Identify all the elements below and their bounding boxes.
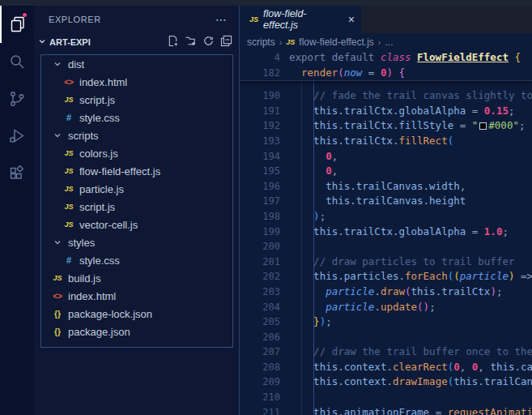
code-line-203[interactable]: 203 particle.draw(this.trailCtx);: [240, 285, 532, 300]
tree-item-particle.js[interactable]: JSparticle.js: [41, 180, 232, 198]
code-line-201[interactable]: 201 // draw particles to trail buffer: [240, 255, 532, 270]
tree-item-build.js[interactable]: JSbuild.js: [41, 269, 232, 287]
code-line-195[interactable]: 195 0,: [240, 164, 532, 179]
line-number[interactable]: 199: [240, 225, 280, 240]
code-token: =: [453, 119, 472, 131]
line-number[interactable]: 206: [240, 330, 280, 345]
activity-source-control-button[interactable]: [0, 80, 34, 118]
sticky-scroll: 4export default class FlowFieldEffect {1…: [240, 50, 532, 81]
code-lines: 190 // fade the trail canvas slightly to…: [240, 81, 532, 415]
code-line-211[interactable]: 211 this.animationFrame = requestAnimati…: [240, 405, 532, 415]
code-text: this.context.drawImage(this.trailCanvas,…: [289, 374, 532, 390]
code-line-194[interactable]: 194 0,: [240, 149, 532, 165]
code-token: particle: [326, 285, 374, 297]
tree-item-vector-cell.js[interactable]: JSvector-cell.js: [41, 216, 232, 233]
code-line-197[interactable]: 197 this.trailCanvas.height: [240, 194, 532, 209]
code-line-198[interactable]: 198 );: [240, 209, 532, 225]
line-number[interactable]: 203: [240, 285, 280, 300]
tree-item-scripts[interactable]: scripts: [41, 126, 232, 144]
tree-item-package.json[interactable]: {}package.json: [41, 323, 232, 340]
line-number[interactable]: 190: [240, 88, 280, 104]
line-number[interactable]: 210: [240, 390, 280, 405]
line-number[interactable]: 198: [240, 209, 280, 225]
line-number[interactable]: 194: [240, 149, 280, 165]
code-line-204[interactable]: 204 particle.update();: [240, 300, 532, 315]
refresh-icon[interactable]: [202, 35, 215, 50]
new-folder-icon[interactable]: [185, 35, 197, 50]
line-number[interactable]: 191: [240, 104, 280, 119]
line-number[interactable]: 200: [240, 239, 280, 255]
json-file-icon: {}: [51, 327, 64, 336]
tree-item-label: particle.js: [79, 183, 124, 195]
code-token: [289, 150, 326, 162]
tree-item-script.js[interactable]: JSscript.js: [41, 91, 232, 109]
code-token: // draw the trail buffer once to the: [313, 345, 532, 357]
line-number[interactable]: 196: [240, 179, 280, 195]
code-line-196[interactable]: 196 this.trailCanvas.width,: [240, 179, 532, 195]
code-line-192[interactable]: 192 this.trailCtx.fillStyle = "#000";: [240, 118, 532, 134]
close-icon[interactable]: ×: [348, 13, 355, 26]
activity-extensions-button[interactable]: [0, 155, 34, 192]
code-line-190[interactable]: 190 // fade the trail canvas slightly to: [240, 88, 532, 104]
code-line-208[interactable]: 208 this.context.clearRect(0, 0, this.ca…: [240, 360, 532, 375]
tree-item-style.css[interactable]: #style.css: [41, 251, 232, 269]
line-number[interactable]: 205: [240, 314, 280, 330]
tree-item-styles[interactable]: styles: [41, 233, 232, 251]
tree-item-dist[interactable]: dist: [41, 55, 232, 73]
code-token: ;: [509, 105, 515, 117]
tree-item-style.css[interactable]: #style.css: [41, 109, 232, 126]
code-line-191[interactable]: 191 this.trailCtx.globalAlpha = 0.15;: [240, 104, 532, 119]
code-line-210[interactable]: 210: [240, 390, 532, 405]
line-number[interactable]: 211: [240, 405, 280, 415]
line-number[interactable]: 192: [240, 118, 280, 134]
collapse-folders-icon[interactable]: [220, 35, 232, 50]
breadcrumb-file[interactable]: flow-field-effect.js: [299, 36, 373, 48]
code-token: ): [423, 301, 430, 313]
code-token: now: [344, 66, 363, 79]
line-number[interactable]: 197: [240, 194, 280, 209]
line-number[interactable]: 4: [240, 50, 280, 66]
code-line-207[interactable]: 207 // draw the trail buffer once to the: [240, 344, 532, 360]
breadcrumb-symbol-more[interactable]: ...: [385, 36, 394, 48]
activity-run-debug-button[interactable]: [0, 118, 34, 155]
tree-item-label: vector-cell.js: [79, 219, 138, 231]
tree-item-script.js[interactable]: JSscript.js: [41, 198, 232, 216]
line-number[interactable]: 202: [240, 269, 280, 285]
breadcrumb-scripts[interactable]: scripts: [247, 36, 275, 48]
code-line-205[interactable]: 205 });: [240, 314, 532, 330]
workspace-section-header[interactable]: ART-EXPI: [34, 32, 239, 52]
code-text: this.trailCtx.globalAlpha = 0.15;: [289, 104, 514, 119]
code-token: 1.0: [484, 225, 503, 237]
tree-item-index.html[interactable]: <>index.html: [41, 73, 232, 91]
line-number[interactable]: 182: [240, 66, 280, 81]
code-line-206[interactable]: 206: [240, 330, 532, 345]
code-line-209[interactable]: 209 this.context.drawImage(this.trailCan…: [240, 374, 532, 390]
tree-item-index.html[interactable]: <>index.html: [41, 287, 232, 305]
line-number[interactable]: 201: [240, 255, 280, 270]
line-number[interactable]: 195: [240, 164, 280, 179]
code-line-193[interactable]: 193 this.trailCtx.fillRect(: [240, 134, 532, 149]
tree-item-colors.js[interactable]: JScolors.js: [41, 144, 232, 162]
line-number[interactable]: 208: [240, 360, 280, 375]
line-number[interactable]: 207: [240, 344, 280, 360]
code-token: forEach: [405, 270, 448, 282]
activity-search-button[interactable]: [0, 43, 34, 80]
code-line-182[interactable]: 182 render(now = 0) {: [240, 66, 532, 81]
tree-item-package-lock.json[interactable]: {}package-lock.json: [41, 305, 232, 323]
line-number[interactable]: 193: [240, 134, 280, 149]
line-number[interactable]: 204: [240, 300, 280, 315]
code-line-202[interactable]: 202 this.particles.forEach((particle) =>…: [240, 269, 532, 285]
code-editor[interactable]: 4export default class FlowFieldEffect {1…: [240, 50, 532, 415]
code-text: });: [289, 314, 332, 330]
tab-flow-field-effect[interactable]: JS flow-field-effect.js ×: [240, 6, 361, 33]
activity-explorer-button[interactable]: [0, 6, 34, 43]
code-line-4[interactable]: 4export default class FlowFieldEffect {: [240, 50, 532, 66]
tree-item-flow-field-effect.js[interactable]: JSflow-field-effect.js: [41, 162, 232, 180]
code-line-200[interactable]: 200: [240, 239, 532, 255]
vscode-window: EXPLORER ⋯ ART-EXPI: [0, 0, 532, 415]
code-token: this.trailCanvas.width: [326, 180, 460, 192]
code-line-199[interactable]: 199 this.trailCtx.globalAlpha = 1.0;: [240, 225, 532, 240]
new-file-icon[interactable]: [167, 35, 179, 50]
line-number[interactable]: 209: [240, 374, 280, 390]
explorer-more-actions-button[interactable]: ⋯: [215, 13, 228, 26]
